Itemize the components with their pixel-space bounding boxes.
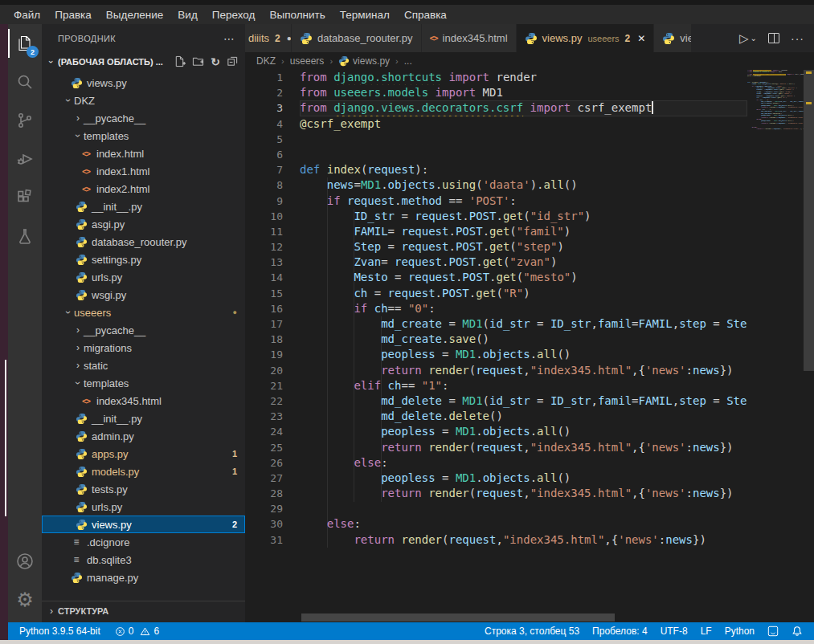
code-line-31[interactable]: 31 return render(request,"index345.html"… — [245, 532, 814, 548]
code-line-6[interactable]: 6 — [245, 147, 814, 162]
tree-item-__init__.py[interactable]: __init__.py — [42, 410, 245, 427]
code-line-12[interactable]: 12 Step = request.POST.get("step") — [245, 239, 814, 255]
tree-item-admin.py[interactable]: admin.py — [42, 427, 245, 445]
breadcrumb-item-useeers[interactable]: useeers — [290, 55, 325, 67]
code-editor[interactable]: 1from django.shortcuts import render2fro… — [245, 70, 814, 613]
tree-item-db.sqlite3[interactable]: ≡db.sqlite3 — [42, 551, 245, 569]
tree-item-__pycache__[interactable]: ›__pycache__ — [42, 109, 245, 127]
tab-views.py[interactable]: views.pyuseeers2✕ — [517, 24, 655, 52]
explorer-icon[interactable]: 2 — [8, 24, 42, 63]
horizontal-scrollbar-thumb[interactable] — [301, 613, 615, 622]
tree-item-index345.html[interactable]: <>index345.html — [42, 392, 245, 410]
search-icon[interactable] — [8, 63, 42, 101]
run-python-file-button[interactable]: ▷⌄ — [739, 31, 757, 46]
code-line-7[interactable]: 7def index(request): — [245, 162, 814, 177]
testing-icon[interactable] — [8, 217, 42, 255]
tree-item-wsgi.py[interactable]: wsgi.py — [42, 286, 245, 304]
breadcrumb-item-DKZ[interactable]: DKZ — [256, 55, 276, 67]
tree-item-asgi.py[interactable]: asgi.py — [42, 215, 245, 233]
tab-vie[interactable]: vie — [654, 24, 691, 52]
tree-item-manage.py[interactable]: manage.py — [42, 569, 245, 586]
code-line-26[interactable]: 26 else: — [245, 455, 814, 471]
tab-database_roouter.py[interactable]: database_roouter.py — [292, 24, 422, 52]
minimap[interactable]: from django.shortcuts import renderfrom … — [747, 70, 804, 613]
workspace-section-header[interactable]: › (РАБОЧАЯ ОБЛАСТЬ) ... ↻ — [42, 52, 245, 71]
code-line-25[interactable]: 25 return render(request,"index345.html"… — [245, 440, 814, 455]
tree-item-templates[interactable]: ›templates — [42, 127, 245, 145]
encoding-status[interactable]: UTF-8 — [654, 622, 694, 640]
extensions-icon[interactable] — [8, 178, 42, 217]
code-line-27[interactable]: 27 peopless = MD1.objects.all() — [245, 471, 814, 486]
tree-item-static[interactable]: ›static — [42, 357, 245, 374]
code-line-16[interactable]: 16 if ch== "0": — [245, 301, 814, 316]
code-line-4[interactable]: 4@csrf_exempt — [245, 116, 814, 132]
tree-item-views.py[interactable]: views.py2 — [42, 516, 245, 533]
tree-item-.dcignore[interactable]: ≡.dcignore — [42, 533, 245, 551]
menu-item-терминал[interactable]: Терминал — [333, 7, 397, 22]
tree-item-views.py[interactable]: views.py — [42, 74, 245, 92]
code-line-23[interactable]: 23 md_delete.delete() — [245, 409, 814, 424]
horizontal-scrollbar[interactable] — [245, 613, 814, 622]
settings-gear-icon[interactable]: ⚙ — [8, 581, 42, 619]
code-line-1[interactable]: 1from django.shortcuts import render — [245, 70, 814, 85]
python-interpreter-status[interactable]: Python 3.9.5 64-bit — [13, 622, 107, 640]
notifications-bell-icon[interactable] — [785, 622, 809, 640]
menu-item-выделение[interactable]: Выделение — [99, 7, 171, 22]
code-line-15[interactable]: 15 ch = request.POST.get("R") — [245, 286, 814, 301]
code-line-14[interactable]: 14 Mesto = request.POST.get("mesto") — [245, 270, 814, 285]
eol-status[interactable]: LF — [694, 622, 718, 640]
new-folder-icon[interactable] — [192, 55, 204, 69]
tree-item-urls.py[interactable]: urls.py — [42, 268, 245, 286]
tree-item-database_roouter.py[interactable]: database_roouter.py — [42, 233, 245, 251]
code-line-10[interactable]: 10 ID_str = request.POST.get("id_str") — [245, 209, 814, 224]
code-line-13[interactable]: 13 Zvan= request.POST.get("zvan") — [245, 255, 814, 270]
cursor-position-status[interactable]: Строка 3, столбец 53 — [478, 622, 586, 640]
tree-item-index1.html[interactable]: <>index1.html — [42, 162, 245, 180]
menu-item-файл[interactable]: Файл — [6, 7, 47, 22]
code-line-2[interactable]: 2from useeers.models import MD1 — [245, 85, 814, 100]
code-line-19[interactable]: 19 peopless = MD1.objects.all() — [245, 347, 814, 362]
menu-item-переход[interactable]: Переход — [205, 7, 263, 22]
tree-item-__init__.py[interactable]: __init__.py — [42, 198, 245, 215]
tree-item-index2.html[interactable]: <>index2.html — [42, 180, 245, 198]
more-actions-icon[interactable]: ··· — [791, 32, 804, 45]
problems-status[interactable]: 0 6 — [107, 622, 166, 640]
code-line-22[interactable]: 22 md_delete = MD1(id_str = ID_str,famil… — [245, 393, 814, 409]
sidebar-more-actions-icon[interactable]: ⋯ — [223, 32, 235, 45]
source-control-icon[interactable] — [8, 101, 42, 140]
outline-section-header[interactable]: › СТРУКТУРА — [42, 601, 245, 621]
code-line-8[interactable]: 8 news=MD1.objects.using('daata').all() — [245, 177, 814, 193]
menu-item-справка[interactable]: Справка — [397, 7, 454, 22]
account-icon[interactable] — [8, 542, 42, 581]
breadcrumb-item-...[interactable]: ... — [404, 55, 412, 67]
indentation-status[interactable]: Пробелов: 4 — [586, 622, 654, 640]
menu-item-выполнить[interactable]: Выполнить — [262, 7, 332, 22]
tree-item-migrations[interactable]: ›migrations — [42, 339, 245, 357]
tree-item-index.html[interactable]: <>index.html — [42, 145, 245, 162]
tree-item-settings.py[interactable]: settings.py — [42, 251, 245, 268]
menu-item-вид[interactable]: Вид — [170, 7, 204, 22]
tab-index345.html[interactable]: <>index345.html — [422, 24, 517, 52]
code-line-17[interactable]: 17 md_create = MD1(id_str = ID_str,famil… — [245, 316, 814, 332]
vertical-scrollbar-thumb[interactable] — [804, 70, 814, 371]
language-mode-status[interactable]: Python — [718, 622, 761, 640]
refresh-icon[interactable]: ↻ — [211, 55, 220, 68]
code-line-24[interactable]: 24 peopless = MD1.objects.all() — [245, 424, 814, 439]
breadcrumb-item-views.py[interactable]: views.py — [338, 55, 390, 67]
code-line-3[interactable]: 3from django.views.decorators.csrf impor… — [245, 100, 814, 116]
tree-item-apps.py[interactable]: apps.py1 — [42, 445, 245, 463]
code-line-5[interactable]: 5 — [245, 132, 814, 147]
code-line-29[interactable]: 29 — [245, 501, 814, 516]
tree-item-urls.py[interactable]: urls.py — [42, 498, 245, 516]
run-debug-icon[interactable] — [8, 140, 42, 178]
code-line-28[interactable]: 28 return render(request,"index345.html"… — [245, 486, 814, 501]
tree-item-models.py[interactable]: models.py1 — [42, 463, 245, 480]
code-line-9[interactable]: 9 if request.method == 'POST': — [245, 194, 814, 209]
tab-diiits[interactable]: diiits2● — [245, 24, 292, 52]
code-line-20[interactable]: 20 return render(request,"index345.html"… — [245, 363, 814, 378]
tree-item-tests.py[interactable]: tests.py — [42, 480, 245, 498]
tree-item-templates[interactable]: ›templates — [42, 374, 245, 392]
split-editor-icon[interactable] — [768, 33, 779, 43]
code-line-11[interactable]: 11 FAMIL= request.POST.get("famil") — [245, 224, 814, 239]
new-file-icon[interactable] — [174, 55, 186, 69]
